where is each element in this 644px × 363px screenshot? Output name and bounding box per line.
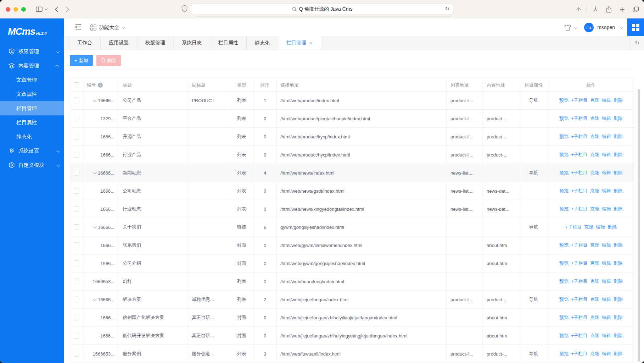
chevron-down-icon[interactable] bbox=[574, 24, 576, 31]
sidebar-item-系统设置[interactable]: ⚙系统设置 bbox=[0, 144, 64, 158]
action-删除[interactable]: 删除 bbox=[614, 170, 623, 176]
action-克隆[interactable]: 克隆 bbox=[590, 170, 599, 176]
tab-栏目管理[interactable]: 栏目管理× bbox=[278, 36, 321, 50]
close-window-button[interactable] bbox=[6, 7, 10, 12]
font-larger-button[interactable]: 大 bbox=[593, 6, 598, 13]
row-checkbox[interactable] bbox=[74, 315, 79, 320]
action-预览[interactable]: 预览 bbox=[559, 260, 569, 266]
browser-sidebar-icon[interactable] bbox=[36, 6, 43, 12]
action-编辑[interactable]: 编辑 bbox=[602, 332, 611, 339]
sidebar-item-自定义模块[interactable]: 自定义模块 bbox=[0, 158, 64, 172]
zoom-window-button[interactable] bbox=[21, 7, 26, 12]
tab-静态化[interactable]: 静态化 bbox=[247, 36, 278, 50]
share-icon[interactable] bbox=[606, 6, 612, 13]
action-克隆[interactable]: 克隆 bbox=[590, 97, 599, 104]
row-checkbox[interactable] bbox=[74, 242, 79, 248]
action-克隆[interactable]: 克隆 bbox=[590, 115, 599, 122]
font-smaller-button[interactable]: 小 bbox=[576, 6, 581, 12]
action-克隆[interactable]: 克隆 bbox=[590, 206, 599, 212]
action-+子栏目[interactable]: +子栏目 bbox=[571, 351, 588, 357]
action-克隆[interactable]: 克隆 bbox=[590, 296, 599, 303]
action-+子栏目[interactable]: +子栏目 bbox=[571, 152, 588, 158]
action-编辑[interactable]: 编辑 bbox=[602, 188, 611, 194]
action-+子栏目[interactable]: +子栏目 bbox=[571, 278, 588, 285]
action-预览[interactable]: 预览 bbox=[559, 206, 569, 212]
row-checkbox[interactable] bbox=[74, 333, 79, 339]
action-编辑[interactable]: 编辑 bbox=[602, 314, 611, 321]
action-+子栏目[interactable]: +子栏目 bbox=[571, 260, 588, 266]
username[interactable]: msopen bbox=[597, 24, 615, 30]
row-checkbox[interactable] bbox=[74, 152, 79, 158]
action-删除[interactable]: 删除 bbox=[614, 278, 623, 285]
sidebar-item-内容管理[interactable]: 内容管理 bbox=[0, 59, 64, 73]
action-删除[interactable]: 删除 bbox=[614, 314, 623, 321]
action-+子栏目[interactable]: +子栏目 bbox=[565, 224, 582, 230]
action-克隆[interactable]: 克隆 bbox=[590, 188, 599, 194]
action-预览[interactable]: 预览 bbox=[559, 97, 569, 104]
help-icon[interactable]: ? bbox=[98, 83, 103, 88]
action-删除[interactable]: 删除 bbox=[614, 296, 623, 303]
row-checkbox[interactable] bbox=[74, 297, 79, 302]
action-删除[interactable]: 删除 bbox=[614, 242, 623, 248]
sidebar-subitem-文章属性[interactable]: 文章属性 bbox=[0, 87, 64, 101]
action-删除[interactable]: 删除 bbox=[614, 206, 623, 212]
action-删除[interactable]: 删除 bbox=[614, 332, 623, 339]
action-克隆[interactable]: 克隆 bbox=[590, 314, 599, 321]
address-bar[interactable]: Q 免疫开源的 Java Cms ↻ bbox=[191, 4, 453, 15]
all-functions-menu[interactable]: 功能大全 bbox=[90, 18, 124, 36]
action-+子栏目[interactable]: +子栏目 bbox=[571, 115, 588, 122]
action-删除[interactable]: 删除 bbox=[614, 351, 623, 357]
tab-应用设置[interactable]: 应用设置 bbox=[101, 36, 137, 50]
action-克隆[interactable]: 克隆 bbox=[590, 242, 599, 248]
action-克隆[interactable]: 克隆 bbox=[590, 133, 599, 140]
action-删除[interactable]: 删除 bbox=[614, 97, 623, 104]
sidebar-item-权限管理[interactable]: 权限管理 bbox=[0, 44, 64, 59]
action-预览[interactable]: 预览 bbox=[559, 115, 569, 122]
vertical-scrollbar[interactable] bbox=[638, 89, 640, 362]
row-checkbox[interactable] bbox=[74, 134, 79, 139]
chevron-down-icon[interactable] bbox=[620, 24, 622, 31]
action-预览[interactable]: 预览 bbox=[559, 152, 569, 158]
action-克隆[interactable]: 克隆 bbox=[590, 152, 599, 158]
action-+子栏目[interactable]: +子栏目 bbox=[571, 242, 588, 248]
select-all-checkbox[interactable] bbox=[74, 82, 79, 88]
action-编辑[interactable]: 编辑 bbox=[602, 296, 611, 303]
action-预览[interactable]: 预览 bbox=[559, 296, 569, 303]
row-checkbox[interactable] bbox=[74, 260, 79, 266]
forward-icon[interactable] bbox=[66, 6, 69, 12]
action-+子栏目[interactable]: +子栏目 bbox=[571, 97, 588, 104]
row-checkbox[interactable] bbox=[74, 351, 79, 357]
action-+子栏目[interactable]: +子栏目 bbox=[571, 314, 588, 321]
action-预览[interactable]: 预览 bbox=[559, 314, 569, 321]
action-预览[interactable]: 预览 bbox=[559, 278, 569, 285]
action-编辑[interactable]: 编辑 bbox=[602, 260, 611, 266]
expand-chevron-icon[interactable] bbox=[93, 225, 97, 229]
user-avatar[interactable]: ms bbox=[584, 23, 594, 32]
expand-chevron-icon[interactable] bbox=[93, 98, 97, 102]
expand-chevron-icon[interactable] bbox=[93, 297, 97, 301]
action-克隆[interactable]: 克隆 bbox=[584, 224, 593, 230]
action-编辑[interactable]: 编辑 bbox=[602, 278, 611, 285]
tab-工作台[interactable]: 工作台 bbox=[69, 36, 101, 50]
sidebar-subitem-文章管理[interactable]: 文章管理 bbox=[0, 73, 64, 87]
action-克隆[interactable]: 克隆 bbox=[590, 278, 599, 285]
reload-icon[interactable]: ↻ bbox=[445, 6, 449, 12]
action-克隆[interactable]: 克隆 bbox=[590, 351, 599, 357]
privacy-shield-icon[interactable] bbox=[181, 5, 187, 14]
action-+子栏目[interactable]: +子栏目 bbox=[571, 206, 588, 212]
action-编辑[interactable]: 编辑 bbox=[602, 170, 611, 176]
chevron-down-icon[interactable] bbox=[45, 8, 47, 10]
row-checkbox[interactable] bbox=[74, 98, 79, 103]
apps-launcher-button[interactable] bbox=[627, 18, 644, 36]
action-删除[interactable]: 删除 bbox=[614, 152, 623, 158]
delete-button[interactable]: 删除 bbox=[96, 55, 121, 66]
action-预览[interactable]: 预览 bbox=[559, 188, 569, 194]
action-编辑[interactable]: 编辑 bbox=[602, 152, 611, 158]
back-icon[interactable] bbox=[55, 6, 58, 12]
theme-shirt-icon[interactable] bbox=[564, 24, 571, 31]
tab-close-icon[interactable]: × bbox=[309, 40, 313, 46]
action-编辑[interactable]: 编辑 bbox=[602, 351, 611, 357]
sidebar-subitem-栏目属性[interactable]: 栏目属性 bbox=[0, 115, 64, 130]
tab-系统日志[interactable]: 系统日志 bbox=[174, 36, 210, 50]
refresh-tab-icon[interactable]: ↻ bbox=[630, 36, 644, 50]
